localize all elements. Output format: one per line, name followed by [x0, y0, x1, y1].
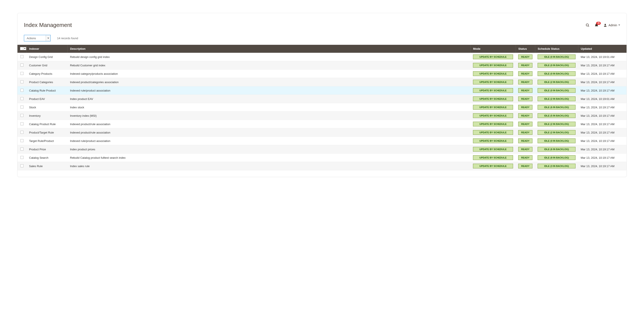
row-checkbox-cell[interactable] — [18, 61, 26, 70]
cell-status-badge: READY — [518, 71, 532, 76]
row-checkbox[interactable] — [20, 89, 24, 92]
select-all-checkbox[interactable] — [20, 47, 23, 50]
cell-schedule: IDLE (0 IN BACKLOG) — [535, 70, 578, 78]
table-row[interactable]: Catalog SearchRebuild Catalog product fu… — [18, 154, 626, 162]
cell-mode-badge: UPDATE BY SCHEDULE — [473, 155, 513, 160]
cell-updated: Mar 13, 2024, 10:19:17 AM — [578, 162, 626, 170]
cell-indexer: Catalog Rule Product — [26, 86, 68, 95]
table-row[interactable]: Customer GridRebuild Customer grid index… — [18, 61, 626, 70]
cell-schedule: IDLE (2 IN BACKLOG) — [535, 120, 578, 128]
table-row[interactable]: Product CategoriesIndexed product/catego… — [18, 78, 626, 86]
page-header: Index Management 39 Admin — [18, 22, 626, 35]
table-row[interactable]: Catalog Product RuleIndexed product/rule… — [18, 120, 626, 128]
row-checkbox[interactable] — [20, 131, 24, 134]
col-header-updated[interactable]: Updated — [578, 45, 626, 53]
cell-indexer: Design Config Grid — [26, 53, 68, 61]
row-checkbox-cell[interactable] — [18, 137, 26, 145]
cell-mode: UPDATE BY SCHEDULE — [470, 120, 516, 128]
cell-schedule: IDLE (2 IN BACKLOG) — [535, 128, 578, 137]
cell-description: Indexed category/products association — [68, 70, 470, 78]
table-row[interactable]: Product/Target RuleIndexed product/rule … — [18, 128, 626, 137]
cell-indexer: Inventory — [26, 112, 68, 120]
row-checkbox[interactable] — [20, 106, 24, 108]
col-header-status[interactable]: Status — [516, 45, 535, 53]
row-checkbox-cell[interactable] — [18, 95, 26, 103]
cell-indexer: Category Products — [26, 70, 68, 78]
notification-badge: 39 — [596, 22, 601, 25]
row-checkbox-cell[interactable] — [18, 86, 26, 95]
cell-schedule: IDLE (0 IN BACKLOG) — [535, 53, 578, 61]
row-checkbox[interactable] — [20, 156, 24, 159]
table-row[interactable]: Catalog Rule ProductIndexed rule/product… — [18, 86, 626, 95]
cell-status-badge: READY — [518, 88, 532, 93]
cell-description: Inventory index (MSI) — [68, 112, 470, 120]
cell-schedule: IDLE (8 IN BACKLOG) — [535, 154, 578, 162]
search-icon[interactable] — [586, 23, 590, 27]
page-title: Index Management — [24, 22, 72, 28]
cell-updated: Mar 13, 2024, 10:19:17 AM — [578, 86, 626, 95]
cell-status-badge: READY — [518, 130, 532, 135]
cell-indexer: Stock — [26, 103, 68, 112]
cell-mode: UPDATE BY SCHEDULE — [470, 162, 516, 170]
row-checkbox-cell[interactable] — [18, 145, 26, 154]
row-checkbox[interactable] — [20, 55, 24, 58]
table-row[interactable]: Category ProductsIndexed category/produc… — [18, 70, 626, 78]
table-row[interactable]: Design Config GridRebuild design config … — [18, 53, 626, 61]
cell-indexer: Product Categories — [26, 78, 68, 86]
cell-status: READY — [516, 70, 535, 78]
cell-mode-badge: UPDATE BY SCHEDULE — [473, 113, 513, 118]
cell-status-badge: READY — [518, 122, 532, 126]
cell-description: Indexed product/rule association — [68, 128, 470, 137]
cell-mode: UPDATE BY SCHEDULE — [470, 154, 516, 162]
table-row[interactable]: Product PriceIndex product pricesUPDATE … — [18, 145, 626, 154]
col-header-schedule[interactable]: Schedule Status — [535, 45, 578, 53]
row-checkbox[interactable] — [20, 114, 24, 117]
row-checkbox-cell[interactable] — [18, 154, 26, 162]
col-header-mode[interactable]: Mode — [470, 45, 516, 53]
row-checkbox[interactable] — [20, 164, 24, 167]
cell-status: READY — [516, 86, 535, 95]
cell-mode-badge: UPDATE BY SCHEDULE — [473, 138, 513, 143]
table-row[interactable]: Product EAVIndex product EAVUPDATE BY SC… — [18, 95, 626, 103]
cell-updated: Mar 13, 2024, 10:19:17 AM — [578, 112, 626, 120]
grid-controls: Actions 14 records found — [18, 35, 626, 45]
cell-status-badge: READY — [518, 164, 532, 168]
cell-mode-badge: UPDATE BY SCHEDULE — [473, 147, 513, 152]
table-row[interactable]: StockIndex stockUPDATE BY SCHEDULEREADYI… — [18, 103, 626, 112]
row-checkbox-cell[interactable] — [18, 120, 26, 128]
row-checkbox[interactable] — [20, 148, 24, 150]
records-found-text: 14 records found — [57, 36, 78, 40]
cell-status: READY — [516, 120, 535, 128]
select-all-dropdown[interactable] — [23, 47, 26, 50]
cell-mode: UPDATE BY SCHEDULE — [470, 78, 516, 86]
cell-schedule-badge: IDLE (0 IN BACKLOG) — [538, 63, 576, 68]
row-checkbox-cell[interactable] — [18, 128, 26, 137]
row-checkbox-cell[interactable] — [18, 103, 26, 112]
row-checkbox[interactable] — [20, 139, 24, 142]
table-row[interactable]: InventoryInventory index (MSI)UPDATE BY … — [18, 112, 626, 120]
svg-point-2 — [604, 24, 606, 25]
row-checkbox-cell[interactable] — [18, 70, 26, 78]
table-row[interactable]: Target Rule/ProductIndexed rule/product … — [18, 137, 626, 145]
row-checkbox[interactable] — [20, 80, 24, 83]
cell-description: Index sales rule — [68, 162, 470, 170]
row-checkbox[interactable] — [20, 122, 24, 125]
cell-updated: Mar 13, 2024, 10:19:17 AM — [578, 70, 626, 78]
row-checkbox-cell[interactable] — [18, 112, 26, 120]
row-checkbox-cell[interactable] — [18, 53, 26, 61]
notifications-icon[interactable]: 39 — [594, 23, 598, 27]
row-checkbox[interactable] — [20, 72, 24, 75]
col-header-indexer[interactable]: Indexer — [26, 45, 68, 53]
cell-schedule-badge: IDLE (0 IN BACKLOG) — [538, 88, 576, 93]
col-header-description[interactable]: Description — [68, 45, 470, 53]
row-checkbox[interactable] — [20, 97, 24, 100]
admin-user-menu[interactable]: Admin — [603, 23, 620, 27]
chevron-down-icon — [46, 35, 50, 41]
actions-dropdown[interactable]: Actions — [24, 35, 50, 41]
row-checkbox[interactable] — [20, 64, 24, 66]
row-checkbox-cell[interactable] — [18, 162, 26, 170]
row-checkbox-cell[interactable] — [18, 78, 26, 86]
select-all-header[interactable] — [18, 45, 26, 53]
cell-schedule: IDLE (3 IN BACKLOG) — [535, 162, 578, 170]
table-row[interactable]: Sales RuleIndex sales ruleUPDATE BY SCHE… — [18, 162, 626, 170]
